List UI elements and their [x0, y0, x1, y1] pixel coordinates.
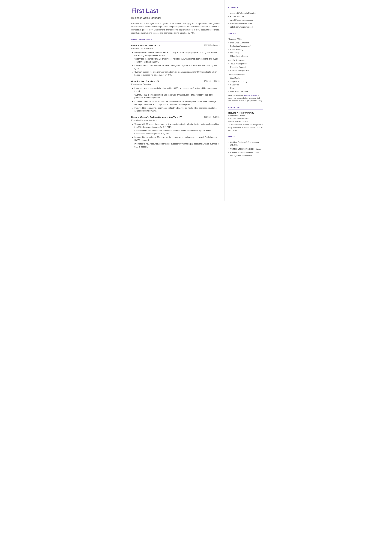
other-list: Certified Business Office Manager (CBOM)…	[228, 141, 263, 157]
job-dates-2: 02/2015 – 10/2019	[204, 80, 219, 83]
bullet: Launched new business pitches that yield…	[134, 87, 220, 93]
skill-item: QuickBooks	[228, 77, 263, 80]
job-bullets-1: Managed the implementation of new accoun…	[131, 51, 220, 77]
bullet: Managed the implementation of new accoun…	[134, 51, 220, 57]
job-company-3: Resume Worded's Exciting Company, New Yo…	[131, 116, 182, 119]
education-title: EDUCATION	[228, 106, 263, 109]
job-header-3: Resume Worded's Exciting Company, New Yo…	[131, 116, 220, 119]
bullet: Promoted to Key Account Executive after …	[134, 142, 220, 148]
right-column: CONTACT Atlanta, GA (Open to Remote) +1-…	[224, 0, 267, 201]
summary-text: Business office manager with 10 years of…	[131, 22, 220, 35]
industry-skills-list: Travel Management Executive Support Acco…	[228, 62, 263, 72]
left-column: First Last Business Office Manager Busin…	[125, 0, 224, 201]
job-header-2: Growthsi, San Francisco, CA 02/2015 – 10…	[131, 80, 220, 83]
contact-title: CONTACT	[228, 6, 263, 10]
skill-item: Marketing	[228, 51, 263, 54]
skill-item: Executive Support	[228, 66, 263, 69]
skill-item: Travel Management	[228, 62, 263, 65]
candidate-title: Business Office Manager	[131, 16, 220, 20]
edu-awards: Awards: Resume Worded Teaching Fellow (o…	[228, 124, 263, 132]
skill-item: Sage 50 Accounting	[228, 80, 263, 83]
bullet: Improved the company's e-commerce traffi…	[134, 107, 220, 112]
job-entry-2: Growthsi, San Francisco, CA 02/2015 – 10…	[131, 80, 220, 112]
contact-list: Atlanta, GA (Open to Remote) +1-234-456-…	[228, 12, 263, 28]
bullet: Increased sales by 14.5% within 65 exist…	[134, 100, 220, 106]
bullet: Overhauled 32 existing accounts and gene…	[134, 93, 220, 99]
industry-label: Industry Knowledge:	[228, 59, 263, 62]
bullet: Managed the planning of 50 events for th…	[134, 136, 220, 142]
bullet: Oversaw support for a 15-member sales te…	[134, 70, 220, 77]
job-dates-1: 11/2019 – Present	[204, 44, 219, 47]
promo-link[interactable]: Resume Worded	[244, 94, 257, 96]
edu-school: Resume Worded University	[228, 112, 263, 114]
tools-skills-list: QuickBooks Sage 50 Accounting Salesforce…	[228, 77, 263, 93]
skill-item: Event Planning	[228, 48, 263, 51]
edu-location: Boston, MA — 05/2012	[228, 120, 263, 123]
skill-item: Account Management	[228, 69, 263, 72]
job-dates-3: 06/2012 – 01/2015	[204, 116, 219, 119]
bullet: Conceived financial models that reduced …	[134, 129, 220, 135]
job-role-3: Executive Personal Assistant	[131, 119, 220, 122]
bullet: Implemented a comprehensive expense mana…	[134, 64, 220, 70]
skills-section: SKILLS Technical Skills: Data Entry (Adv…	[228, 32, 263, 102]
other-item: Certified Business Office Manager (CBOM)…	[228, 141, 263, 147]
contact-item: +1-234-456-789	[228, 15, 263, 18]
work-experience-section: WORK EXPERIENCE Resume Worded, New York,…	[131, 38, 220, 148]
skill-item: Office Administration	[228, 55, 263, 57]
job-entry-3: Resume Worded's Exciting Company, New Yo…	[131, 116, 220, 148]
skill-item: Xero	[228, 87, 263, 90]
skill-item: Salesforce	[228, 83, 263, 86]
job-company-1: Resume Worded, New York, NY	[131, 44, 162, 47]
bullet: Teamed with 25 account managers to devel…	[134, 123, 220, 129]
skill-item: Microsoft Office Suite,	[228, 90, 263, 93]
promo-prefix: Don't forget to use	[228, 94, 244, 96]
contact-item: Atlanta, GA (Open to Remote)	[228, 12, 263, 14]
contact-section: CONTACT Atlanta, GA (Open to Remote) +1-…	[228, 6, 263, 28]
education-section: EDUCATION Resume Worded University Bache…	[228, 106, 263, 132]
candidate-name: First Last	[131, 6, 220, 15]
job-bullets-2: Launched new business pitches that yield…	[131, 87, 220, 112]
skill-item: Budgeting (Experienced)	[228, 45, 263, 48]
work-experience-title: WORK EXPERIENCE	[131, 38, 220, 42]
job-header-1: Resume Worded, New York, NY 11/2019 – Pr…	[131, 44, 220, 47]
contact-item: email@resumeworded.com	[228, 19, 263, 21]
edu-field: Business Administration	[228, 117, 263, 120]
technical-label: Technical Skills:	[228, 38, 263, 41]
other-item: Certified Office Administrator (COA).	[228, 147, 263, 150]
other-title: OTHER	[228, 135, 263, 139]
job-role-2: Key Account Executive	[131, 83, 220, 86]
edu-degree: Bachelor of Science	[228, 114, 263, 117]
job-bullets-3: Teamed with 25 account managers to devel…	[131, 123, 220, 148]
job-company-2: Growthsi, San Francisco, CA	[131, 80, 160, 83]
other-section: OTHER Certified Business Office Manager …	[228, 135, 263, 157]
skill-item: Data Entry (Advanced)	[228, 41, 263, 44]
contact-item: github.com/resumeworded	[228, 26, 263, 28]
promo-text: Don't forget to use Resume Worded to sca…	[228, 94, 263, 102]
job-entry-1: Resume Worded, New York, NY 11/2019 – Pr…	[131, 44, 220, 77]
other-item: Certified Administration and Office Mana…	[228, 151, 263, 157]
edu-entry: Resume Worded University Bachelor of Sci…	[228, 112, 263, 132]
job-role-1: Business Office Manager	[131, 47, 220, 50]
technical-skills-list: Data Entry (Advanced) Budgeting (Experie…	[228, 41, 263, 57]
bullet: Supervised the payroll for 2.5K employee…	[134, 57, 220, 63]
contact-item: linkedin.com/in/username	[228, 22, 263, 25]
tools-label: Tools and Software:	[228, 73, 263, 76]
skills-title: SKILLS	[228, 32, 263, 36]
